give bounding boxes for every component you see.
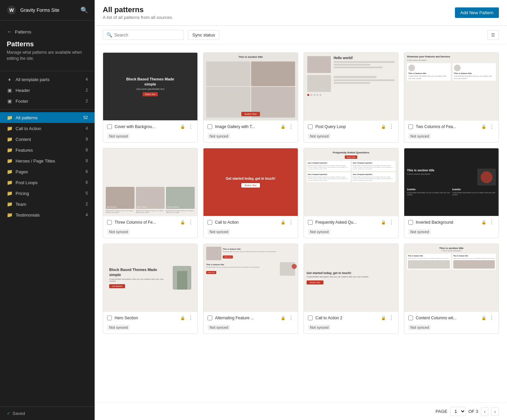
page-select[interactable]: 1 2 3 (450, 407, 466, 416)
pattern-checkbox-2[interactable] (208, 124, 212, 129)
lock-icon-4: 🔒 (481, 124, 486, 129)
pattern-name-6: Call to Action (215, 220, 278, 225)
of-text: OF 3 (468, 409, 478, 414)
sidebar-nav-top: ← Patterns Patterns Manage what patterns… (0, 21, 95, 71)
back-arrow-icon: ← (7, 29, 12, 35)
status-badge-8: Not synced (408, 229, 431, 234)
pattern-name-10: Alternating Feature ... (215, 316, 278, 320)
features-label: Features (16, 148, 33, 153)
pattern-name-12: Content Columns wit... (416, 316, 479, 320)
sidebar-item-all-patterns[interactable]: 📁 All patterns 52 (0, 112, 95, 123)
toolbar: 🔍 Sync status ☰ (95, 26, 507, 44)
more-button-6[interactable]: ⋮ (288, 220, 294, 225)
pattern-status-11: Not synced (304, 324, 398, 333)
template-parts-label: All template parts (16, 77, 49, 82)
pattern-status-9: Not synced (103, 324, 197, 333)
more-button-8[interactable]: ⋮ (489, 220, 494, 225)
post-loops-icon: 📁 (7, 180, 12, 185)
pattern-name-5: Three Columns of Fe... (115, 220, 177, 225)
footer-label: Footer (16, 99, 28, 104)
pricing-icon: 📁 (7, 191, 12, 196)
pattern-card-6: Get started today, get in touch! Button … (203, 148, 298, 238)
team-icon: 📁 (7, 201, 12, 207)
sidebar-search-button[interactable]: 🔍 (80, 6, 88, 14)
content-count: 9 (86, 137, 88, 142)
pattern-footer-7: Frequently Asked Qu... 🔒 ⋮ (304, 216, 398, 228)
cta-icon: 📁 (7, 126, 12, 131)
content-label: Content (16, 137, 31, 142)
sync-status-button[interactable]: Sync status (188, 30, 219, 40)
pattern-checkbox-1[interactable] (107, 124, 112, 129)
filter-button[interactable]: ☰ (487, 30, 499, 40)
pattern-checkbox-7[interactable] (308, 220, 313, 225)
sidebar-footer: ✓ Saved (0, 406, 95, 420)
pattern-name-1: Cover with Backgrou... (115, 124, 177, 129)
status-badge-9: Not synced (107, 325, 130, 330)
next-page-button[interactable]: › (491, 407, 499, 416)
back-button[interactable]: ← Patterns (0, 26, 95, 38)
all-patterns-count: 52 (83, 115, 88, 120)
search-box: 🔍 (103, 30, 184, 40)
features-count: 8 (86, 148, 88, 152)
add-new-pattern-button[interactable]: Add New Pattern (455, 7, 499, 18)
pattern-checkbox-3[interactable] (308, 124, 313, 129)
check-icon: ✓ (7, 411, 10, 416)
more-button-5[interactable]: ⋮ (188, 220, 193, 225)
status-badge-12: Not synced (408, 325, 431, 330)
pattern-status-7: Not synced (304, 228, 398, 238)
pattern-checkbox-6[interactable] (208, 220, 212, 225)
pattern-name-11: Call to Action 2 (315, 316, 378, 320)
features-icon: 📁 (7, 147, 12, 153)
sidebar-item-features[interactable]: 📁 Features 8 (0, 145, 95, 155)
more-button-12[interactable]: ⋮ (489, 315, 494, 321)
pattern-name-3: Post Query Loop (315, 124, 378, 129)
pattern-checkbox-10[interactable] (208, 316, 212, 320)
more-button-1[interactable]: ⋮ (188, 124, 193, 129)
heroes-label: Heroes / Page Titles (16, 158, 55, 164)
sidebar-item-call-to-action[interactable]: 📁 Call to Action 4 (0, 123, 95, 134)
sidebar-item-heroes[interactable]: 📁 Heroes / Page Titles 8 (0, 155, 95, 166)
more-button-11[interactable]: ⋮ (389, 315, 394, 321)
pages-count: 6 (86, 169, 88, 174)
main-header: All patterns A list of all patterns from… (95, 0, 507, 26)
pattern-checkbox-11[interactable] (308, 316, 313, 320)
pattern-status-3: Not synced (304, 133, 398, 142)
pattern-status-2: Not synced (203, 133, 298, 142)
pattern-checkbox-9[interactable] (107, 316, 112, 320)
sidebar-item-all-template-parts[interactable]: ♦ All template parts 4 (0, 74, 95, 85)
more-button-3[interactable]: ⋮ (389, 124, 394, 129)
search-input[interactable] (114, 32, 180, 38)
site-name: Gravity Forms Site (20, 7, 59, 13)
pagination-bar: PAGE 1 2 3 OF 3 ‹ › (95, 402, 507, 420)
pattern-checkbox-8[interactable] (408, 220, 413, 225)
sidebar-item-team[interactable]: 📁 Team 2 (0, 199, 95, 209)
pattern-footer-1: Cover with Backgrou... 🔒 ⋮ (103, 120, 197, 133)
more-button-2[interactable]: ⋮ (288, 124, 294, 129)
more-button-7[interactable]: ⋮ (389, 220, 394, 225)
sidebar-item-content[interactable]: 📁 Content 9 (0, 134, 95, 145)
status-badge-1: Not synced (107, 133, 130, 139)
pattern-thumbnail-5: Style Variations A placeholder descripti… (103, 148, 197, 216)
title-area: All patterns A list of all patterns from… (103, 5, 173, 20)
search-icon: 🔍 (106, 32, 112, 38)
pattern-checkbox-5[interactable] (107, 220, 112, 225)
pattern-name-7: Frequently Asked Qu... (315, 220, 378, 225)
more-button-10[interactable]: ⋮ (288, 315, 294, 321)
sidebar-item-post-loops[interactable]: 📁 Post Loops 6 (0, 177, 95, 188)
more-button-9[interactable]: ⋮ (188, 315, 193, 321)
sidebar-item-pricing[interactable]: 📁 Pricing 5 (0, 188, 95, 199)
pattern-footer-2: Image Gallery with T... 🔒 ⋮ (203, 120, 298, 133)
sidebar-item-testimonials[interactable]: 📁 Testimonials 4 (0, 209, 95, 220)
more-button-4[interactable]: ⋮ (489, 124, 494, 129)
lock-icon-10: 🔒 (281, 316, 286, 320)
pattern-card-8: This is section title A short section de… (404, 148, 499, 238)
pattern-footer-10: Alternating Feature ... 🔒 ⋮ (203, 312, 298, 324)
sidebar-item-footer[interactable]: ▣ Footer 2 (0, 96, 95, 106)
pattern-card-7: Frequently Asked Questions Button Text J… (304, 148, 399, 238)
prev-page-button[interactable]: ‹ (481, 407, 489, 416)
sidebar-item-header[interactable]: ▣ Header 2 (0, 85, 95, 96)
pattern-checkbox-12[interactable] (408, 316, 413, 320)
saved-indicator: ✓ Saved (7, 411, 88, 416)
pattern-checkbox-4[interactable] (408, 124, 413, 129)
sidebar-item-pages[interactable]: 📁 Pages 6 (0, 166, 95, 177)
